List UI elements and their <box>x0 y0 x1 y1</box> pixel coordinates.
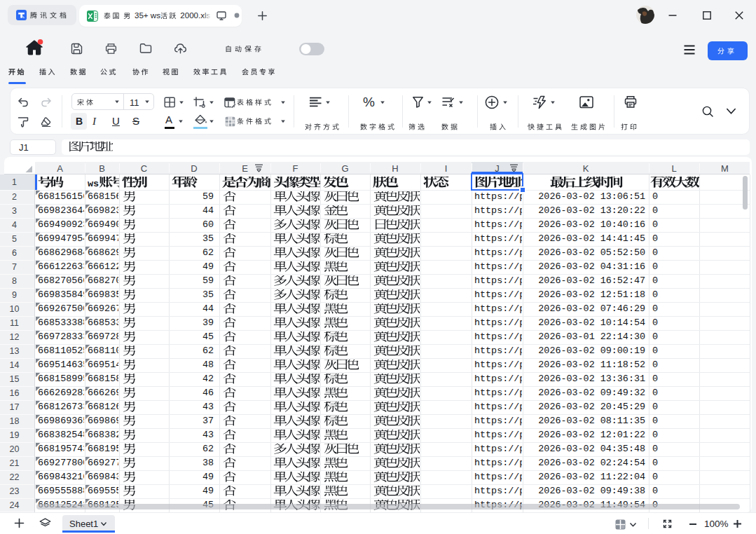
svg-text:35+ ws: 35+ ws <box>132 11 160 20</box>
svg-text:ws: ws <box>88 179 99 189</box>
